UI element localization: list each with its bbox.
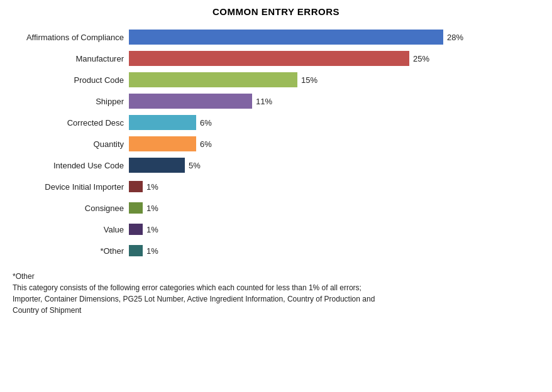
bar-row: Value1% xyxy=(13,220,539,238)
bar-track: 1% xyxy=(129,224,539,235)
bar-track: 6% xyxy=(129,115,539,130)
bar-row: Affirmations of Compliance28% xyxy=(13,28,539,46)
bar-label: Affirmations of Compliance xyxy=(13,33,129,42)
bar-value: 1% xyxy=(146,225,158,234)
footnote: *Other This category consists of the fol… xyxy=(13,271,539,316)
bar-value: 5% xyxy=(189,161,201,170)
bar-fill xyxy=(129,136,196,151)
bar-fill xyxy=(129,245,143,256)
bar-row: Manufacturer25% xyxy=(13,50,539,67)
chart-container: Affirmations of Compliance28%Manufacture… xyxy=(13,28,539,259)
bar-track: 1% xyxy=(129,181,539,192)
bar-fill xyxy=(129,30,443,45)
bar-track: 28% xyxy=(129,30,539,45)
bar-value: 6% xyxy=(200,118,212,128)
footnote-line4: Country of Shipment xyxy=(13,305,539,316)
bar-row: Corrected Desc6% xyxy=(13,114,539,131)
bar-value: 1% xyxy=(146,182,158,192)
bar-fill xyxy=(129,51,409,66)
bar-value: 28% xyxy=(447,33,463,42)
bar-fill xyxy=(129,94,252,109)
bar-track: 6% xyxy=(129,136,539,151)
bar-label: Device Initial Importer xyxy=(13,182,129,192)
bar-fill xyxy=(129,181,143,192)
bar-row: Consignee1% xyxy=(13,199,539,217)
bar-row: Device Initial Importer1% xyxy=(13,178,539,195)
bar-label: Quantity xyxy=(13,139,129,149)
bar-track: 11% xyxy=(129,94,539,109)
bar-track: 15% xyxy=(129,72,539,87)
bar-label: Shipper xyxy=(13,97,129,106)
bar-fill xyxy=(129,202,143,214)
bar-row: Quantity6% xyxy=(13,135,539,153)
bar-label: Corrected Desc xyxy=(13,118,129,128)
bar-label: Value xyxy=(13,225,129,234)
bar-label: Intended Use Code xyxy=(13,161,129,170)
chart-title: COMMON ENTRY ERRORS xyxy=(13,6,539,17)
bar-value: 15% xyxy=(301,75,317,85)
bar-row: Intended Use Code5% xyxy=(13,156,539,174)
bar-row: Shipper11% xyxy=(13,92,539,110)
bar-track: 1% xyxy=(129,202,539,214)
bar-fill xyxy=(129,115,196,130)
bar-row: Product Code15% xyxy=(13,71,539,89)
bar-value: 25% xyxy=(413,54,429,63)
bar-track: 5% xyxy=(129,158,539,173)
bar-track: 25% xyxy=(129,51,539,66)
bar-value: 1% xyxy=(146,204,158,213)
footnote-line3: Importer, Container Dimensions, PG25 Lot… xyxy=(13,293,539,305)
bar-label: Product Code xyxy=(13,75,129,85)
bar-value: 1% xyxy=(146,246,158,256)
bar-fill xyxy=(129,158,185,173)
bar-label: Consignee xyxy=(13,204,129,213)
bar-value: 6% xyxy=(200,139,212,149)
bar-fill xyxy=(129,72,297,87)
bar-label: Manufacturer xyxy=(13,54,129,63)
bar-value: 11% xyxy=(256,97,272,106)
bar-row: *Other1% xyxy=(13,242,539,259)
footnote-line1: *Other xyxy=(13,271,539,282)
bar-track: 1% xyxy=(129,245,539,256)
bar-label: *Other xyxy=(13,246,129,256)
bar-fill xyxy=(129,224,143,235)
footnote-line2: This category consists of the following … xyxy=(13,282,539,293)
